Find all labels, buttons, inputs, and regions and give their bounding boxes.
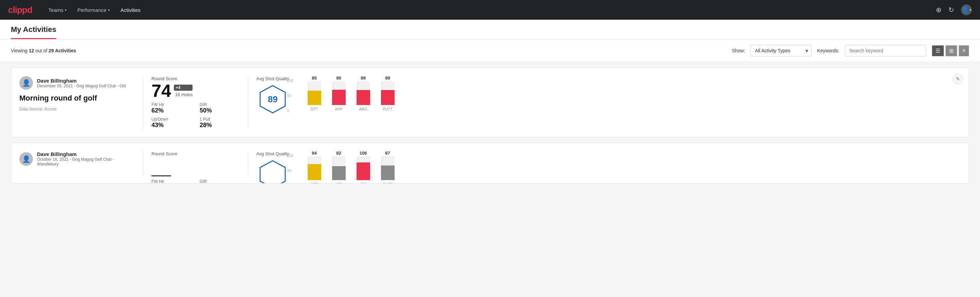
y-label-100: 100 [287, 78, 293, 83]
page-title: My Activities [11, 25, 56, 39]
page-header: My Activities [0, 20, 980, 40]
fw-hit-stat: FW Hit 62% [151, 102, 191, 114]
avatar: 👤 [19, 76, 33, 90]
bar-ott-label-2: OTT [311, 182, 318, 184]
hex-score: 89 [268, 94, 278, 105]
stats-section: Round Score 74 +4 18 Holes FW Hit 62% GI… [151, 76, 240, 129]
score-big-2 [151, 157, 171, 176]
add-button[interactable]: ⊕ [936, 6, 942, 14]
teams-chevron-icon: ▾ [65, 8, 67, 12]
view-list-dense-button[interactable]: ☰ [932, 45, 944, 56]
y-label-50-2: 50 [287, 169, 293, 172]
fw-hit-label: FW Hit [151, 102, 191, 107]
bar-arg: 89 ARG [356, 75, 370, 111]
bar-app: 90 APP [332, 75, 346, 111]
avatar-person-icon: 👤 [22, 79, 30, 87]
bar-app-track-2 [332, 156, 346, 180]
y-label-0-2: 0 [287, 184, 293, 184]
stats-section-2: Round Score FW Hit 43% GIR 56% [151, 151, 240, 184]
nav-activities[interactable]: Activities [121, 7, 141, 13]
bar-putt-track [381, 81, 395, 105]
avatar-chevron-icon: ▾ [969, 8, 972, 12]
quality-section: Avg Shot Quality 89 100 50 0 85 [256, 76, 961, 115]
user-info-2: Dave Billingham October 16, 2021 - Gog M… [37, 151, 135, 166]
activities-container: ✎ 👤 Dave Billingham December 05, 2021 - … [0, 68, 980, 200]
user-avatar[interactable]: 👤 ▾ [961, 5, 972, 15]
view-list-lines-button[interactable]: ≡ [959, 45, 969, 56]
search-input[interactable] [845, 45, 926, 56]
filter-bar: Viewing 12 out of 29 Activities Show: Al… [0, 40, 980, 62]
gir-label: GIR [200, 102, 240, 107]
gir-stat: GIR 50% [200, 102, 240, 114]
data-source: Data Source: Arccos [19, 107, 135, 112]
bar-ott-value: 85 [312, 75, 317, 81]
score-holes: 18 Holes [175, 92, 192, 97]
bar-putt-value-2: 87 [385, 150, 390, 156]
activity-type-select[interactable]: All Activity Types [751, 45, 811, 56]
gir-label-2: GIR [200, 179, 240, 184]
nav-performance[interactable]: Performance ▾ [78, 7, 110, 13]
user-row-2: 👤 Dave Billingham October 16, 2021 - Gog… [19, 151, 135, 166]
activity-title: Morning round of golf [19, 94, 135, 103]
bar-app-track [332, 81, 346, 105]
y-label-100-2: 100 [287, 153, 293, 158]
bar-app-2: 82 APP [332, 150, 346, 184]
bar-arg-track [356, 81, 370, 105]
updown-value: 43% [151, 121, 191, 129]
y-label-50: 50 [287, 93, 293, 97]
bar-ott-2: 94 OTT [308, 150, 321, 184]
fw-hit-value: 62% [151, 107, 191, 114]
avatar-2: 👤 [19, 152, 33, 166]
quality-label: Avg Shot Quality [256, 76, 289, 81]
bar-ott-fill [308, 91, 321, 105]
bar-putt-fill-2 [381, 166, 395, 180]
bar-putt-2: 87 PUTT [381, 150, 395, 184]
bar-app-value-2: 82 [336, 150, 341, 156]
score-row-2 [151, 157, 240, 176]
chart-wrapper: 100 50 0 85 OTT 90 [298, 78, 395, 112]
bar-arg-track-2 [356, 156, 370, 180]
bar-ott-track [308, 81, 321, 105]
user-info: Dave Billingham December 05, 2021 - Gog … [37, 78, 126, 88]
refresh-button[interactable]: ↻ [948, 6, 954, 14]
hexagon-2 [258, 159, 288, 184]
score-badge: +4 [174, 85, 192, 91]
user-name-2: Dave Billingham [37, 151, 135, 157]
bar-putt-fill [381, 90, 395, 105]
card-left: 👤 Dave Billingham December 05, 2021 - Go… [19, 76, 135, 112]
fw-hit-label-2: FW Hit [151, 179, 191, 184]
one-putt-stat: 1 Putt 28% [200, 117, 240, 129]
bar-arg-2: 106 ARG [356, 150, 370, 184]
view-grid-button[interactable]: ⊞ [945, 45, 957, 56]
activity-type-select-wrapper[interactable]: All Activity Types [751, 45, 811, 56]
stat-grid: FW Hit 62% GIR 50% Up/Down 43% 1 Putt 28… [151, 102, 240, 129]
quality-label-2: Avg Shot Quality [256, 151, 289, 156]
activity-card: ✎ 👤 Dave Billingham December 05, 2021 - … [11, 68, 969, 137]
card-divider [143, 76, 143, 129]
one-putt-label: 1 Putt [200, 117, 240, 121]
bar-arg-value: 89 [361, 75, 365, 81]
updown-label: Up/Down [151, 117, 191, 121]
user-row: 👤 Dave Billingham December 05, 2021 - Go… [19, 76, 135, 90]
edit-button[interactable]: ✎ [953, 73, 963, 84]
svg-marker-1 [260, 161, 285, 184]
hexagon: 89 [258, 84, 288, 115]
y-label-0: 0 [287, 109, 293, 112]
hexagon-container-2: Avg Shot Quality [256, 151, 289, 184]
bar-putt-value: 89 [385, 75, 390, 81]
user-date-2: October 16, 2021 - Gog Magog Golf Club -… [37, 157, 135, 166]
logo[interactable]: clippd [8, 5, 32, 15]
bar-putt-track-2 [381, 156, 395, 180]
score-big: 74 [151, 82, 171, 99]
user-date: December 05, 2021 - Gog Magog Golf Club … [37, 84, 126, 88]
nav-icons: ⊕ ↻ 👤 ▾ [936, 5, 972, 15]
bar-app-fill [332, 90, 346, 105]
bar-ott-value-2: 94 [312, 150, 317, 156]
bar-app-value: 90 [336, 75, 341, 81]
keywords-label: Keywords: [817, 48, 839, 53]
chart-bars: 85 OTT 90 APP [308, 78, 395, 112]
bar-arg-value-2: 106 [360, 150, 367, 156]
chart-bars-2: 94 OTT 82 APP 106 [308, 153, 395, 184]
bar-arg-label: ARG [359, 107, 368, 111]
nav-teams[interactable]: Teams ▾ [49, 7, 67, 13]
